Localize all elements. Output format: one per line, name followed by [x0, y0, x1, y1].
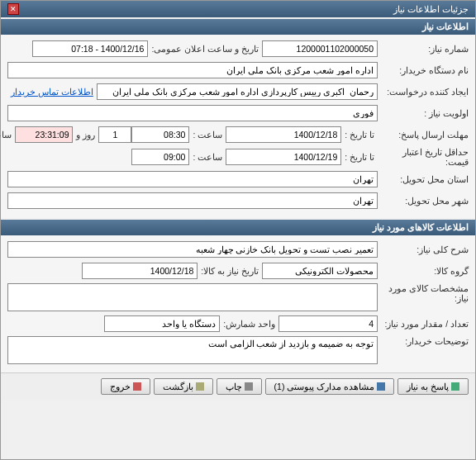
reply-time-field[interactable] [131, 126, 189, 143]
label-reply-deadline: مهلت ارسال پاسخ: [378, 130, 469, 140]
goods-info-form: شرح کلی نیاز: گروه کالا: تاریخ نیاز به ک… [1, 235, 475, 372]
attachment-icon [377, 382, 385, 391]
back-icon [196, 382, 204, 391]
footer-toolbar: پاسخ به نیاز مشاهده مدارک پیوستی (1) چاپ… [1, 372, 475, 400]
label-goods-spec: مشخصات کالای مورد نیاز: [378, 283, 469, 303]
need-desc-field[interactable] [7, 241, 378, 258]
label-price-validity: حداقل تاریخ اعتبار قیمت: [378, 147, 469, 167]
goods-spec-field[interactable] [7, 283, 378, 311]
label-to-date-2: تا تاریخ : [341, 152, 378, 162]
back-button[interactable]: بازگشت [154, 378, 213, 395]
reply-date-field[interactable] [226, 126, 341, 143]
announce-dt-field[interactable] [32, 40, 148, 57]
print-button[interactable]: چاپ [217, 378, 262, 395]
reply-icon [451, 382, 459, 391]
days-left-field[interactable] [98, 126, 131, 143]
unit-field[interactable] [104, 315, 220, 332]
reply-button[interactable]: پاسخ به نیاز [397, 378, 469, 395]
label-priority: اولویت نیاز : [378, 108, 469, 118]
qty-field[interactable] [278, 315, 378, 332]
label-goods-group: گروه کالا: [378, 266, 469, 276]
back-button-label: بازگشت [163, 382, 193, 391]
label-buyer-notes: توضیحات خریدار: [378, 336, 469, 346]
buyer-org-field[interactable] [7, 62, 378, 78]
label-need-desc: شرح کلی نیاز: [378, 244, 469, 254]
titlebar: جزئیات اطلاعات نیاز ✕ [1, 1, 475, 17]
buyer-notes-field[interactable]: توجه به ضمیمه و بازدید از شعب الزامی است [7, 336, 378, 364]
label-request-creator: ایجاد کننده درخواست: [378, 87, 469, 97]
buyer-contact-link[interactable]: اطلاعات تماس خریدار [7, 87, 97, 97]
province-field[interactable] [7, 171, 378, 187]
exit-button-label: خروج [110, 382, 131, 391]
need-no-field[interactable] [262, 40, 378, 57]
attachments-button-label: مشاهده مدارک پیوستی (1) [274, 382, 375, 391]
label-time-remaining: ساعت باقی مانده [0, 130, 15, 140]
window-title: جزئیات اطلاعات نیاز [393, 4, 469, 15]
attachments-button[interactable]: مشاهده مدارک پیوستی (1) [265, 378, 395, 395]
price-time-field[interactable] [131, 149, 189, 165]
label-announce-dt: تاریخ و ساعت اعلان عمومی: [148, 44, 262, 54]
city-field[interactable] [7, 192, 378, 209]
reply-button-label: پاسخ به نیاز [407, 382, 449, 391]
print-icon [245, 382, 253, 391]
priority-field[interactable] [7, 105, 378, 121]
exit-button[interactable]: خروج [101, 378, 150, 395]
label-to-date-1: تا تاریخ : [341, 130, 378, 140]
section-goods-header: اطلاعات کالاهای مورد نیاز [1, 220, 475, 235]
label-city: شهر محل تحویل: [378, 196, 469, 206]
label-need-no: شماره نیاز: [378, 44, 469, 54]
label-unit: واحد شمارش: [220, 319, 278, 329]
need-details-window: جزئیات اطلاعات نیاز ✕ اطلاعات نیاز شماره… [0, 0, 476, 460]
time-left-field[interactable] [15, 126, 73, 143]
goods-group-field[interactable] [262, 263, 378, 279]
print-button-label: چاپ [226, 382, 242, 391]
section-need-info-header: اطلاعات نیاز [1, 19, 475, 35]
exit-icon [133, 382, 141, 391]
label-time-2: ساعت : [189, 152, 226, 162]
need-date-field[interactable] [82, 263, 198, 279]
request-creator-field[interactable] [97, 83, 378, 100]
label-need-date: تاریخ نیاز به کالا: [198, 266, 262, 276]
label-buyer-org: نام دستگاه خریدار: [378, 65, 469, 75]
label-qty: تعداد / مقدار مورد نیاز: [378, 319, 469, 329]
label-province: استان محل تحویل: [378, 174, 469, 184]
label-days-and: روز و [73, 130, 98, 140]
close-icon[interactable]: ✕ [7, 3, 19, 15]
price-date-field[interactable] [226, 149, 341, 165]
need-info-form: شماره نیاز: تاریخ و ساعت اعلان عمومی: نا… [1, 35, 475, 218]
label-time-1: ساعت : [189, 130, 226, 140]
